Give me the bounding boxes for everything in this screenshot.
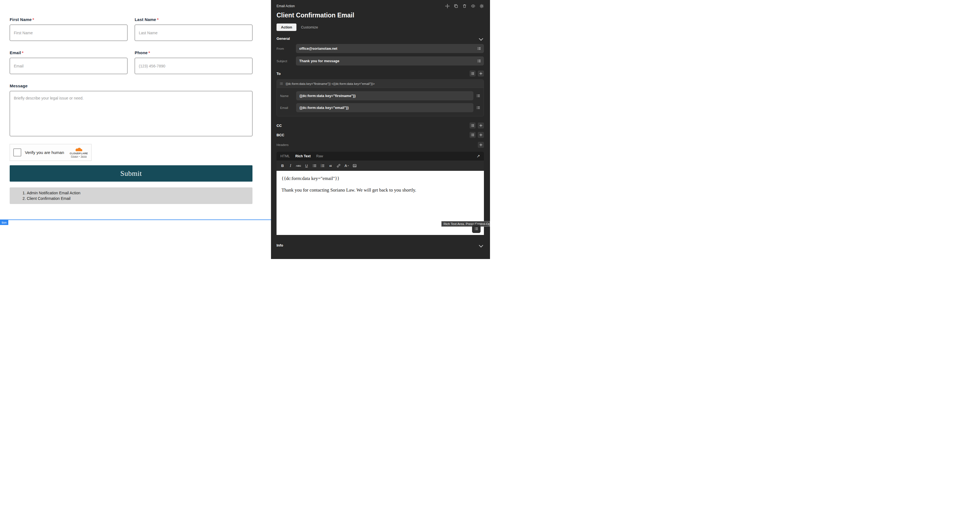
bcc-section-header: BCC (277, 132, 484, 138)
cloudflare-logo-icon (73, 148, 84, 152)
drag-handle-icon[interactable] (280, 82, 283, 86)
to-recipient-group: {{dc:form:data key="firstname"}} <{{dc:f… (277, 79, 484, 116)
recipient-name-input[interactable] (296, 91, 473, 100)
app-window: First Name* Last Name* Email* Phone* Mes (0, 0, 490, 259)
editor-tab-raw[interactable]: Raw (316, 154, 323, 158)
headers-section-actions (478, 142, 484, 148)
last-name-label-text: Last Name (135, 17, 156, 22)
bullet-list-button[interactable] (311, 162, 318, 170)
strikethrough-button[interactable]: ABC (295, 162, 302, 170)
recipient-email-label: Email (280, 106, 296, 110)
message-textarea[interactable] (10, 91, 253, 136)
captcha-legal-links: Privacy • Terms (71, 155, 87, 157)
add-recipient-button[interactable] (478, 70, 484, 76)
action-list-item[interactable]: Client Confirmation Email (27, 196, 253, 201)
privacy-link[interactable]: Privacy (71, 155, 78, 157)
recipient-email-row: Email (280, 103, 480, 112)
email-label-text: Email (10, 50, 21, 55)
settings-gear-icon[interactable] (479, 4, 484, 8)
subject-label: Subject (277, 59, 296, 63)
recipient-preview-row[interactable]: {{dc:form:data key="firstname"}} <{{dc:f… (277, 79, 484, 88)
required-asterisk: * (22, 50, 24, 55)
email-input[interactable] (10, 58, 127, 74)
rich-text-area[interactable]: {{dc:form:data key="email"}} Thank you f… (277, 171, 484, 235)
bcc-section-title: BCC (277, 133, 284, 137)
contact-form: First Name* Last Name* Email* Phone* Mes (10, 17, 253, 204)
subject-input[interactable] (296, 56, 484, 65)
panel-kicker: Email Action (277, 4, 295, 8)
dynamic-content-button[interactable] (469, 70, 476, 76)
first-name-input[interactable] (10, 25, 127, 41)
info-section-title: Info (277, 243, 283, 247)
captcha-label: Verify you are human (25, 150, 70, 155)
from-row: From (277, 44, 484, 53)
email-body-editor: HTML Rich Text Raw ↗ B I ABC U “ A▾ {{dc… (277, 152, 484, 235)
recipient-email-wrap (296, 103, 473, 112)
bold-button[interactable]: B (279, 162, 286, 170)
phone-label: Phone* (135, 50, 253, 55)
recipient-fields: Name Email (277, 88, 484, 116)
recipient-email-input[interactable] (296, 103, 473, 112)
required-asterisk: * (157, 17, 159, 22)
numbered-list-button[interactable] (319, 162, 326, 170)
delete-icon[interactable] (462, 4, 467, 8)
add-header-button[interactable] (478, 142, 484, 148)
text-color-button[interactable]: A▾ (343, 162, 350, 170)
submit-button[interactable]: Submit (10, 165, 253, 181)
underline-button[interactable]: U (303, 162, 310, 170)
text-color-label: A (345, 164, 347, 168)
editor-line-1: {{dc:form:data key="email"}} (282, 176, 479, 181)
form-actions-list: Admin Notification Email Action Client C… (10, 190, 253, 201)
from-input[interactable] (296, 44, 484, 53)
tab-customize[interactable]: Customize (298, 24, 321, 31)
subject-input-wrap (296, 56, 484, 65)
to-section-title: To (277, 72, 281, 76)
recipient-name-label: Name (280, 94, 296, 98)
tab-action[interactable]: Action (277, 24, 296, 31)
first-name-label: First Name* (10, 17, 127, 22)
insert-image-button[interactable] (351, 162, 358, 170)
chevron-down-icon[interactable] (479, 37, 484, 41)
recipient-name-row: Name (280, 91, 480, 100)
dynamic-content-icon[interactable] (476, 94, 480, 98)
add-cc-button[interactable] (478, 122, 484, 129)
cloudflare-wordmark: CLOUDFLARE (70, 152, 88, 155)
dynamic-content-icon[interactable] (477, 46, 481, 51)
italic-button[interactable]: I (287, 162, 294, 170)
panel-header: Email Action (277, 4, 484, 8)
duplicate-icon[interactable] (454, 4, 458, 8)
move-icon[interactable] (445, 4, 450, 8)
email-label: Email* (10, 50, 127, 55)
captcha-widget: Verify you are human CLOUDFLARE Privacy … (10, 144, 92, 161)
chevron-down-icon[interactable] (479, 243, 484, 248)
add-bcc-button[interactable] (478, 132, 484, 138)
dynamic-content-icon[interactable] (477, 59, 481, 63)
editor-format-toolbar: B I ABC U “ A▾ (277, 160, 484, 171)
dynamic-content-icon[interactable] (476, 106, 480, 110)
link-button[interactable] (335, 162, 342, 170)
panel-tabs: Action Customize (277, 24, 484, 31)
captcha-checkbox[interactable] (13, 148, 21, 156)
dynamic-content-button[interactable] (472, 224, 480, 233)
from-input-wrap (296, 44, 484, 53)
selection-outline (0, 219, 271, 220)
editor-tab-html[interactable]: HTML (280, 154, 290, 158)
action-list-item[interactable]: Admin Notification Email Action (27, 190, 253, 196)
cc-section-actions (469, 122, 484, 129)
field-phone: Phone* (135, 50, 253, 74)
cc-section-title: CC (277, 124, 282, 128)
expand-editor-icon[interactable]: ↗ (476, 154, 480, 159)
headers-section-header: Headers (277, 142, 484, 148)
blockquote-button[interactable]: “ (327, 162, 334, 170)
editor-tab-rich-text[interactable]: Rich Text (295, 154, 310, 158)
cc-section-header: CC (277, 122, 484, 129)
field-first-name: First Name* (10, 17, 127, 41)
general-section-title: General (277, 37, 290, 41)
dynamic-content-button[interactable] (469, 122, 476, 129)
preview-eye-icon[interactable] (471, 4, 475, 8)
phone-input[interactable] (135, 58, 253, 74)
panel-title: Client Confirmation Email (277, 12, 484, 19)
last-name-input[interactable] (135, 25, 253, 41)
terms-link[interactable]: Terms (81, 155, 87, 157)
dynamic-content-button[interactable] (469, 132, 476, 138)
